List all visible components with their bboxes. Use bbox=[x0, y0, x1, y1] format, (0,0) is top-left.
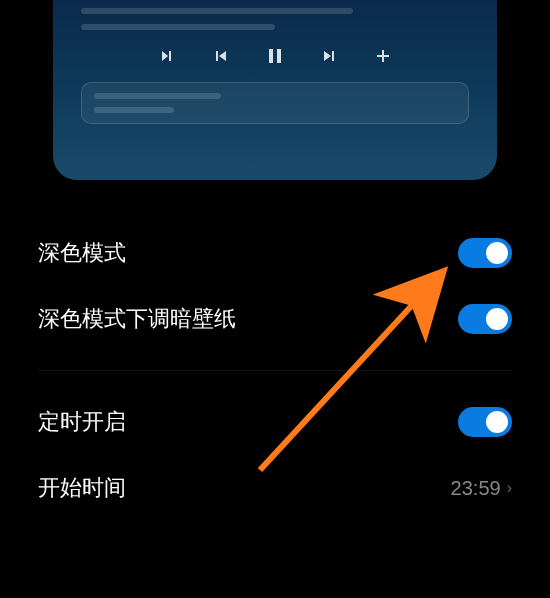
dim-wallpaper-toggle[interactable] bbox=[458, 304, 512, 334]
next-icon bbox=[321, 48, 337, 64]
dark-mode-preview bbox=[53, 0, 497, 180]
rewind-icon bbox=[159, 48, 175, 64]
dark-mode-row[interactable]: 深色模式 bbox=[38, 220, 512, 286]
settings-list: 深色模式 深色模式下调暗壁纸 定时开启 开始时间 23:59 › bbox=[0, 180, 550, 521]
media-controls bbox=[81, 48, 469, 64]
scheduled-toggle[interactable] bbox=[458, 407, 512, 437]
section-divider bbox=[38, 370, 512, 371]
preview-text-lines bbox=[81, 8, 469, 30]
scheduled-row[interactable]: 定时开启 bbox=[38, 389, 512, 455]
dark-mode-label: 深色模式 bbox=[38, 238, 126, 268]
dim-wallpaper-label: 深色模式下调暗壁纸 bbox=[38, 304, 236, 334]
svg-rect-0 bbox=[269, 49, 273, 63]
toggle-knob bbox=[486, 411, 508, 433]
chevron-right-icon: › bbox=[507, 479, 512, 497]
svg-rect-1 bbox=[277, 49, 281, 63]
pause-icon bbox=[267, 48, 283, 64]
start-time-row[interactable]: 开始时间 23:59 › bbox=[38, 455, 512, 521]
add-icon bbox=[375, 48, 391, 64]
time-text: 23:59 bbox=[451, 477, 501, 500]
start-time-label: 开始时间 bbox=[38, 473, 126, 503]
preview-card bbox=[81, 82, 469, 124]
toggle-knob bbox=[486, 242, 508, 264]
toggle-knob bbox=[486, 308, 508, 330]
start-time-value: 23:59 › bbox=[451, 477, 512, 500]
dim-wallpaper-row[interactable]: 深色模式下调暗壁纸 bbox=[38, 286, 512, 352]
scheduled-label: 定时开启 bbox=[38, 407, 126, 437]
previous-icon bbox=[213, 48, 229, 64]
dark-mode-toggle[interactable] bbox=[458, 238, 512, 268]
